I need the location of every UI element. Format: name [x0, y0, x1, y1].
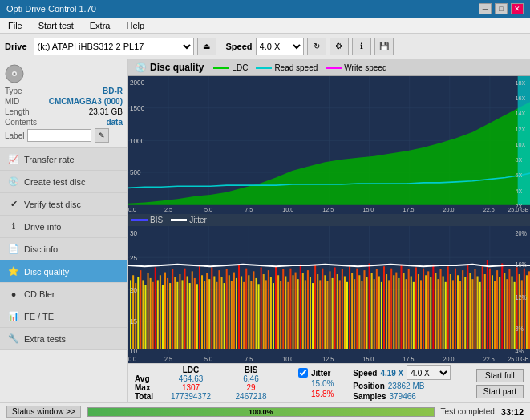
- svg-rect-93: [221, 277, 223, 348]
- svg-rect-208: [504, 273, 505, 348]
- speed-position-stats: Speed 4.19 X 4.0 X Position 23862 MB Sam…: [353, 365, 451, 401]
- svg-rect-202: [489, 268, 491, 348]
- legend-write-speed: Write speed: [326, 63, 386, 72]
- svg-text:0.0: 0.0: [128, 355, 136, 363]
- svg-rect-159: [383, 266, 385, 349]
- max-jitter: 15.8%: [298, 390, 334, 398]
- minimize-button[interactable]: ─: [479, 3, 492, 14]
- nav-cd-bler-label: CD Bler: [24, 289, 55, 299]
- svg-rect-123: [295, 272, 297, 349]
- svg-rect-112: [268, 270, 269, 349]
- nav-extra-tests[interactable]: 🔧 Extra tests: [0, 328, 127, 350]
- svg-text:14X: 14X: [516, 110, 526, 117]
- titlebar-controls: ─ □ ✕: [479, 3, 524, 14]
- svg-rect-82: [194, 277, 196, 348]
- legend-write-speed-color: [326, 67, 342, 69]
- bis-header: BIS: [223, 365, 279, 374]
- disc-quality-icon: ⭐: [8, 266, 19, 277]
- nav-verify-test-disc[interactable]: ✔ Verify test disc: [0, 193, 127, 216]
- svg-text:5.0: 5.0: [204, 206, 212, 213]
- nav-disc-quality[interactable]: ⭐ Disc quality: [0, 260, 127, 283]
- svg-rect-210: [508, 269, 510, 348]
- menu-start-test[interactable]: Start test: [34, 19, 79, 32]
- fe-te-icon: 📊: [8, 311, 19, 321]
- nav-fe-te[interactable]: 📊 FE / TE: [0, 305, 127, 328]
- close-button[interactable]: ✕: [511, 3, 524, 14]
- menu-help[interactable]: Help: [121, 19, 149, 32]
- jitter-checkbox[interactable]: [298, 368, 308, 378]
- nav-drive-info[interactable]: ℹ Drive info: [0, 216, 127, 238]
- svg-rect-151: [363, 270, 365, 349]
- svg-rect-87: [206, 273, 208, 348]
- samples-val: 379466: [390, 392, 416, 401]
- speed-stat-select[interactable]: 4.0 X: [407, 365, 451, 380]
- label-edit-button[interactable]: ✎: [95, 128, 109, 143]
- svg-rect-187: [452, 280, 454, 349]
- legend-ldc: LDC: [213, 63, 248, 72]
- avg-label: Avg: [135, 374, 159, 383]
- svg-rect-163: [393, 275, 394, 349]
- eject-button[interactable]: ⏏: [197, 38, 216, 55]
- legend-jitter-label: Jitter: [189, 216, 207, 224]
- svg-rect-198: [479, 281, 481, 348]
- svg-rect-162: [390, 268, 392, 348]
- speed-label: Speed: [226, 42, 253, 51]
- nav-cd-bler[interactable]: ● CD Bler: [0, 283, 127, 305]
- progress-text: 100.0%: [88, 408, 434, 416]
- contents-value: data: [106, 118, 123, 127]
- settings-button[interactable]: ⚙: [330, 38, 349, 55]
- status-window-button[interactable]: Status window >>: [6, 406, 81, 418]
- svg-rect-73: [172, 269, 173, 348]
- svg-rect-68: [160, 275, 161, 349]
- svg-rect-147: [354, 279, 355, 349]
- svg-text:15: 15: [130, 317, 137, 325]
- speed-select[interactable]: 4.0 X: [256, 38, 304, 55]
- start-full-button[interactable]: Start full: [476, 369, 524, 382]
- menu-file[interactable]: File: [3, 19, 27, 32]
- svg-text:12.5: 12.5: [322, 355, 334, 363]
- maximize-button[interactable]: □: [495, 3, 508, 14]
- svg-text:30: 30: [130, 228, 137, 237]
- svg-rect-182: [440, 269, 442, 348]
- legend-bis: BIS: [131, 216, 163, 224]
- menu-extra[interactable]: Extra: [85, 19, 115, 32]
- svg-rect-213: [516, 267, 518, 349]
- svg-rect-160: [386, 274, 387, 349]
- info-button[interactable]: ℹ: [352, 38, 371, 55]
- svg-text:10: 10: [130, 346, 137, 355]
- svg-rect-119: [285, 276, 286, 349]
- save-button[interactable]: 💾: [374, 38, 394, 55]
- svg-rect-63: [148, 273, 149, 348]
- nav-create-test-disc-label: Create test disc: [24, 177, 85, 187]
- sidebar: Type BD-R MID CMCMAGBA3 (000) Length 23.…: [0, 59, 128, 402]
- svg-rect-74: [174, 277, 176, 348]
- svg-text:16X: 16X: [516, 95, 526, 102]
- disc-mid-row: MID CMCMAGBA3 (000): [5, 97, 123, 106]
- speed-stat-val: 4.19 X: [380, 369, 403, 378]
- refresh-button[interactable]: ↻: [307, 38, 326, 55]
- svg-rect-216: [524, 268, 525, 348]
- length-value: 23.31 GB: [89, 107, 123, 116]
- nav-transfer-rate[interactable]: 📈 Transfer rate: [0, 148, 127, 171]
- avg-ldc: 464.63: [159, 374, 223, 383]
- start-part-button[interactable]: Start part: [476, 385, 524, 398]
- svg-text:25.0 GB: 25.0 GB: [508, 355, 528, 363]
- label-input[interactable]: [27, 129, 91, 142]
- svg-rect-88: [208, 279, 210, 349]
- svg-rect-183: [443, 276, 444, 349]
- nav-disc-info[interactable]: 📄 Disc info: [0, 238, 127, 260]
- nav-verify-test-disc-label: Verify test disc: [24, 200, 81, 209]
- svg-rect-154: [371, 273, 373, 348]
- stats-table: LDC BIS Avg 464.63 6.46 Max 1307 29 Tota…: [135, 365, 279, 401]
- nav-disc-info-label: Disc info: [24, 244, 58, 254]
- nav-create-test-disc[interactable]: 💿 Create test disc: [0, 171, 127, 193]
- svg-rect-84: [199, 266, 200, 349]
- svg-rect-117: [280, 281, 281, 349]
- drive-select[interactable]: (k:) ATAPI iHBS312 2 PL17: [34, 38, 194, 55]
- svg-rect-189: [457, 275, 459, 349]
- svg-rect-139: [334, 267, 336, 349]
- svg-rect-206: [499, 277, 500, 348]
- app-title: Opti Drive Control 1.70: [6, 4, 96, 14]
- svg-rect-166: [400, 265, 402, 349]
- svg-rect-158: [381, 281, 382, 348]
